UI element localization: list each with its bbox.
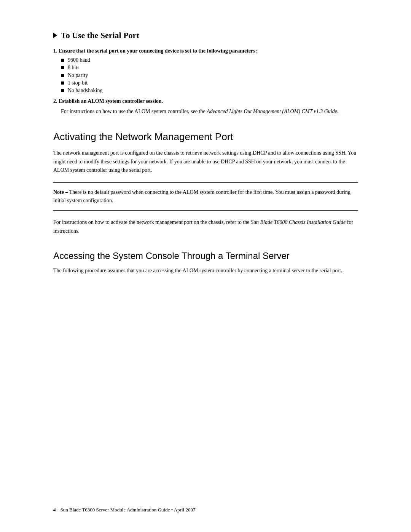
bullet-item: 8 bits (61, 65, 358, 71)
step-2-label: 2. Establish an ALOM system controller s… (53, 98, 358, 104)
serial-port-heading: To Use the Serial Port (53, 30, 358, 40)
footer: 4 Sun Blade T6300 Server Module Administ… (53, 507, 358, 513)
page: To Use the Serial Port 1. Ensure that th… (0, 0, 411, 532)
step-2-italic: Advanced Lights Out Management (ALOM) CM… (207, 109, 337, 114)
step-2-body-end: . (337, 109, 339, 114)
note-box: Note – There is no default password when… (53, 182, 358, 211)
step-1-text: Ensure that the serial port on your conn… (59, 48, 257, 54)
step-2-body: For instructions on how to use the ALOM … (61, 107, 358, 116)
bullet-item: No handshaking (61, 88, 358, 94)
bullet-icon (61, 81, 64, 85)
bullet-icon (61, 74, 64, 77)
bullet-icon (61, 59, 64, 62)
bullet-text: 1 stop bit (68, 80, 88, 86)
footer-page-number: 4 (53, 507, 56, 513)
bullet-text: No handshaking (68, 88, 102, 94)
step-2-number: 2. (53, 98, 59, 104)
body2-before: For instructions on how to activate the … (53, 219, 251, 225)
bullet-item: 1 stop bit (61, 80, 358, 86)
network-management-title: Activating the Network Management Port (53, 131, 358, 143)
network-management-body2: For instructions on how to activate the … (53, 218, 358, 235)
terminal-server-title-text: Accessing the System Console Through a T… (53, 251, 290, 261)
serial-port-title: To Use the Serial Port (61, 30, 139, 40)
body2-italic: Sun Blade T6000 Chassis Installation Gui… (251, 219, 346, 225)
bullet-text: 8 bits (68, 65, 80, 71)
bullet-icon (61, 66, 64, 69)
note-body: There is no default password when connec… (53, 189, 350, 203)
bullet-text: 9600 baud (68, 57, 90, 63)
bullet-item: 9600 baud (61, 57, 358, 63)
bullet-icon (61, 89, 64, 92)
step-1-number: 1. (53, 48, 59, 54)
step-2-body-before: For instructions on how to use the ALOM … (61, 109, 207, 114)
terminal-server-body: The following procedure assumes that you… (53, 267, 358, 275)
step-2: 2. Establish an ALOM system controller s… (53, 98, 358, 116)
note-text: Note – There is no default password when… (53, 188, 358, 205)
triangle-icon (53, 33, 57, 38)
network-management-body1: The network management port is configure… (53, 149, 358, 174)
footer-text: Sun Blade T6300 Server Module Administra… (61, 507, 196, 513)
step-1-label: 1. Ensure that the serial port on your c… (53, 48, 358, 54)
serial-port-bullets: 9600 baud 8 bits No parity 1 stop bit No… (61, 57, 358, 94)
step-2-text: Establish an ALOM system controller sess… (59, 98, 163, 104)
step-1: 1. Ensure that the serial port on your c… (53, 48, 358, 94)
note-bold-prefix: Note – (53, 189, 68, 195)
bullet-text: No parity (68, 72, 88, 78)
bullet-item: No parity (61, 72, 358, 78)
network-management-section: Activating the Network Management Port T… (53, 131, 358, 235)
serial-port-section: To Use the Serial Port 1. Ensure that th… (53, 30, 358, 116)
terminal-server-section: Accessing the System Console Through a T… (53, 251, 358, 275)
terminal-server-title: Accessing the System Console Through a T… (53, 251, 358, 261)
